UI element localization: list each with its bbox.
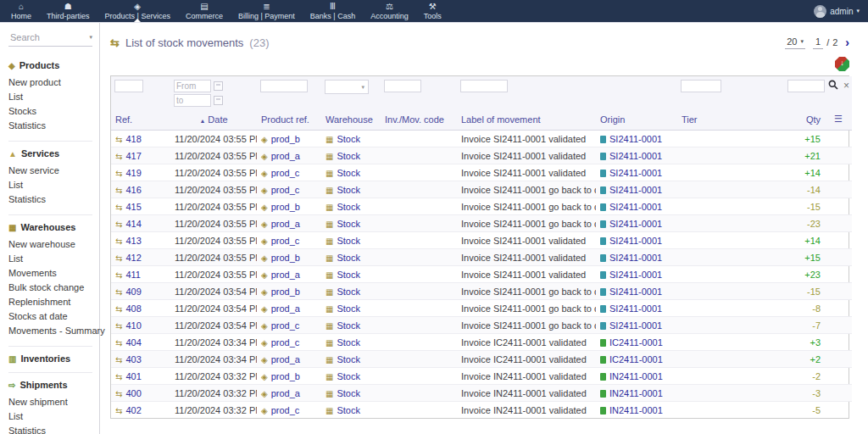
- column-header-warehouse[interactable]: Warehouse: [321, 111, 381, 131]
- next-page-icon[interactable]: ›: [845, 38, 849, 47]
- origin-link[interactable]: IC2411-0001: [609, 337, 663, 348]
- origin-link[interactable]: SI2411-0001: [609, 168, 662, 178]
- sidebar-search[interactable]: ▾: [8, 31, 92, 47]
- column-header-qty[interactable]: Qty: [784, 111, 825, 131]
- product-ref-filter-input[interactable]: [260, 80, 308, 92]
- origin-link[interactable]: SI2411-0001: [609, 236, 662, 246]
- sidebar-item-list[interactable]: List: [8, 89, 92, 103]
- origin-link[interactable]: SI2411-0001: [609, 270, 662, 280]
- label-filter-input[interactable]: [460, 80, 508, 92]
- origin-link[interactable]: SI2411-0001: [609, 134, 662, 144]
- sidebar-item-new-service[interactable]: New service: [8, 163, 92, 177]
- export-icon[interactable]: [835, 57, 849, 71]
- topnav-item-products-services[interactable]: ◈Products | Services: [97, 0, 178, 22]
- search-input[interactable]: [8, 31, 78, 43]
- warehouse-link[interactable]: Stock: [337, 303, 360, 314]
- warehouse-link[interactable]: Stock: [337, 287, 360, 297]
- column-header-label-of-movement[interactable]: Label of movement: [457, 111, 596, 131]
- date-to-input[interactable]: [174, 94, 211, 107]
- column-header-origin[interactable]: Origin: [596, 111, 677, 131]
- product-ref-link[interactable]: prod_c: [271, 405, 300, 415]
- topnav-item-tools[interactable]: ⚒Tools: [416, 0, 449, 22]
- product-ref-link[interactable]: prod_a: [271, 354, 300, 364]
- product-ref-link[interactable]: prod_a: [271, 219, 300, 229]
- sidebar-item-list[interactable]: List: [8, 251, 92, 265]
- sidebar-item-stocks[interactable]: Stocks: [8, 103, 92, 118]
- product-ref-link[interactable]: prod_a: [271, 270, 300, 280]
- tier-filter-input[interactable]: [681, 80, 721, 92]
- inv-code-filter-input[interactable]: [384, 80, 421, 92]
- topnav-item-third-parties[interactable]: ☗Third-parties: [39, 0, 97, 22]
- product-ref-link[interactable]: prod_a: [271, 151, 300, 161]
- origin-link[interactable]: IN2411-0001: [609, 371, 663, 381]
- ref-filter-input[interactable]: [114, 80, 143, 92]
- warehouse-link[interactable]: Stock: [337, 405, 360, 415]
- sidebar-item-movements[interactable]: Movements: [8, 265, 92, 280]
- movement-ref-link[interactable]: 413: [125, 236, 141, 246]
- sidebar-item-stocks-at-date[interactable]: Stocks at date: [8, 309, 92, 323]
- warehouse-link[interactable]: Stock: [337, 236, 360, 246]
- user-menu[interactable]: admin ▾: [814, 0, 860, 22]
- product-ref-link[interactable]: prod_c: [271, 337, 300, 348]
- origin-link[interactable]: IC2411-0001: [609, 354, 663, 364]
- sidebar-item-movements-summary[interactable]: Movements - Summary: [8, 323, 92, 337]
- product-ref-link[interactable]: prod_a: [271, 388, 300, 398]
- topnav-item-billing-payment[interactable]: ≣Billing | Payment: [231, 0, 303, 22]
- date-from-input[interactable]: [174, 80, 211, 92]
- column-header-inv-mov-code[interactable]: Inv./Mov. code: [381, 111, 457, 131]
- topnav-item-banks-cash[interactable]: ⅢBanks | Cash: [303, 0, 363, 22]
- calendar-icon[interactable]: [214, 96, 223, 105]
- topnav-item-commerce[interactable]: ▤Commerce: [178, 0, 231, 22]
- product-ref-link[interactable]: prod_c: [271, 236, 300, 246]
- page-size-select[interactable]: 20 ▾: [785, 36, 805, 49]
- sidebar-item-new-shipment[interactable]: New shipment: [8, 394, 92, 409]
- current-page[interactable]: 1: [813, 36, 823, 49]
- movement-ref-link[interactable]: 404: [125, 337, 141, 348]
- column-header-ref[interactable]: Ref.: [111, 111, 170, 131]
- origin-link[interactable]: SI2411-0001: [609, 287, 662, 297]
- warehouse-link[interactable]: Stock: [337, 320, 360, 331]
- movement-ref-link[interactable]: 402: [125, 405, 141, 415]
- sidebar-item-statistics[interactable]: Statistics: [8, 192, 92, 206]
- origin-link[interactable]: SI2411-0001: [609, 253, 662, 263]
- warehouse-link[interactable]: Stock: [337, 202, 360, 212]
- origin-link[interactable]: SI2411-0001: [609, 303, 662, 314]
- warehouse-link[interactable]: Stock: [337, 151, 360, 161]
- warehouse-link[interactable]: Stock: [337, 134, 360, 144]
- warehouse-link[interactable]: Stock: [337, 219, 360, 229]
- origin-link[interactable]: SI2411-0001: [609, 202, 662, 212]
- movement-ref-link[interactable]: 416: [125, 185, 141, 195]
- topnav-item-home[interactable]: ⌂Home: [3, 0, 39, 22]
- column-selector-icon[interactable]: ☰: [834, 114, 843, 124]
- sidebar-item-statistics[interactable]: Statistics: [8, 118, 92, 132]
- movement-ref-link[interactable]: 403: [125, 354, 141, 364]
- warehouse-filter-select[interactable]: ▾: [325, 80, 369, 94]
- movement-ref-link[interactable]: 401: [125, 371, 141, 381]
- topnav-item-accounting[interactable]: ⚖Accounting: [363, 0, 416, 22]
- column-header-tier[interactable]: Tier: [677, 111, 784, 131]
- sidebar-item-new-warehouse[interactable]: New warehouse: [8, 236, 92, 251]
- calendar-icon[interactable]: [214, 81, 223, 91]
- movement-ref-link[interactable]: 415: [125, 202, 141, 212]
- origin-link[interactable]: IN2411-0001: [609, 405, 663, 415]
- warehouse-link[interactable]: Stock: [337, 168, 360, 178]
- sidebar-item-list[interactable]: List: [8, 177, 92, 192]
- warehouse-link[interactable]: Stock: [337, 388, 360, 398]
- warehouse-link[interactable]: Stock: [337, 253, 360, 263]
- origin-link[interactable]: SI2411-0001: [609, 185, 662, 195]
- movement-ref-link[interactable]: 400: [125, 388, 141, 398]
- product-ref-link[interactable]: prod_b: [271, 134, 300, 144]
- sidebar-item-bulk-stock-change[interactable]: Bulk stock change: [8, 280, 92, 294]
- movement-ref-link[interactable]: 414: [125, 219, 141, 229]
- movement-ref-link[interactable]: 418: [125, 134, 141, 144]
- warehouse-link[interactable]: Stock: [337, 185, 360, 195]
- movement-ref-link[interactable]: 417: [125, 151, 141, 161]
- movement-ref-link[interactable]: 408: [125, 303, 141, 314]
- column-header-date[interactable]: ▲Date: [170, 111, 257, 131]
- origin-link[interactable]: IN2411-0001: [609, 388, 663, 398]
- search-icon[interactable]: [828, 80, 838, 92]
- origin-link[interactable]: SI2411-0001: [609, 151, 662, 161]
- movement-ref-link[interactable]: 409: [125, 287, 141, 297]
- movement-ref-link[interactable]: 410: [125, 320, 141, 331]
- product-ref-link[interactable]: prod_c: [271, 168, 300, 178]
